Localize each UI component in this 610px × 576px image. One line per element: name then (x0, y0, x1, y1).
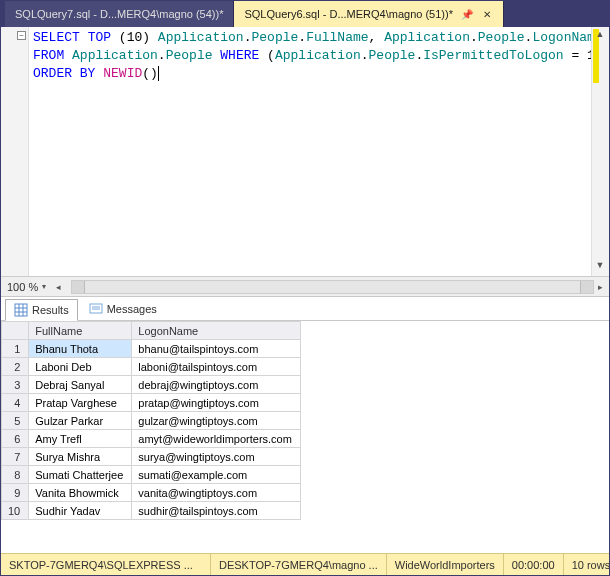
cell-logonname[interactable]: surya@wingtiptoys.com (132, 448, 301, 466)
tab-messages[interactable]: Messages (80, 298, 166, 320)
scroll-left-icon[interactable]: ◂ (56, 282, 61, 292)
zoom-dropdown-icon[interactable]: ▾ (42, 282, 52, 292)
cell-fullname[interactable]: Debraj Sanyal (29, 376, 132, 394)
kw-from: FROM (33, 48, 64, 63)
cell-logonname[interactable]: vanita@wingtiptoys.com (132, 484, 301, 502)
row-number[interactable]: 3 (2, 376, 29, 394)
col-logonname[interactable]: LogonName (132, 322, 301, 340)
sql-editor-pane: − SELECT TOP (10) Application.People.Ful… (1, 27, 609, 277)
cell-fullname[interactable]: Bhanu Thota (29, 340, 132, 358)
scroll-right-icon[interactable]: ▸ (598, 282, 603, 292)
row-number[interactable]: 5 (2, 412, 29, 430)
cell-logonname[interactable]: gulzar@wingtiptoys.com (132, 412, 301, 430)
row-number[interactable]: 1 (2, 340, 29, 358)
table-row[interactable]: 3Debraj Sanyaldebraj@wingtiptoys.com (2, 376, 301, 394)
document-tabstrip: SQLQuery7.sql - D...MERQ4\magno (54))* S… (1, 1, 609, 27)
cell-logonname[interactable]: bhanu@tailspintoys.com (132, 340, 301, 358)
cell-logonname[interactable]: sumati@example.com (132, 466, 301, 484)
table-row[interactable]: 2Laboni Deblaboni@tailspintoys.com (2, 358, 301, 376)
cell-fullname[interactable]: Pratap Varghese (29, 394, 132, 412)
editor-right-margin: ▲ ▼ (591, 27, 609, 276)
table-row[interactable]: 7Surya Mishrasurya@wingtiptoys.com (2, 448, 301, 466)
pin-icon[interactable]: 📌 (459, 9, 475, 20)
messages-label: Messages (107, 303, 157, 315)
func-newid: NEWID (103, 66, 142, 81)
tab-results[interactable]: Results (5, 299, 78, 321)
kw-select: SELECT (33, 30, 80, 45)
row-number[interactable]: 2 (2, 358, 29, 376)
tab-sqlquery7[interactable]: SQLQuery7.sql - D...MERQ4\magno (54))* (5, 1, 234, 27)
row-number[interactable]: 9 (2, 484, 29, 502)
results-grid: FullName LogonName 1Bhanu Thotabhanu@tai… (1, 321, 301, 520)
kw-where: WHERE (220, 48, 259, 63)
cell-fullname[interactable]: Sumati Chatterjee (29, 466, 132, 484)
status-server: SKTOP-7GMERQ4\SQLEXPRESS ... (1, 554, 211, 575)
fold-icon[interactable]: − (17, 31, 26, 40)
tab-sqlquery6[interactable]: SQLQuery6.sql - D...MERQ4\magno (51))* 📌… (234, 1, 503, 27)
status-db: WideWorldImporters (387, 554, 504, 575)
zoom-bar: 100 % ▾ ◂ ▸ (1, 277, 609, 297)
cell-fullname[interactable]: Amy Trefl (29, 430, 132, 448)
status-bar: SKTOP-7GMERQ4\SQLEXPRESS ... DESKTOP-7GM… (1, 553, 609, 575)
cell-fullname[interactable]: Laboni Deb (29, 358, 132, 376)
horizontal-scrollbar[interactable] (71, 280, 594, 294)
row-number[interactable]: 6 (2, 430, 29, 448)
row-number[interactable]: 4 (2, 394, 29, 412)
row-number[interactable]: 7 (2, 448, 29, 466)
table-row[interactable]: 4Pratap Varghesepratap@wingtiptoys.com (2, 394, 301, 412)
kw-top: TOP (88, 30, 111, 45)
table-row[interactable]: 8Sumati Chatterjeesumati@example.com (2, 466, 301, 484)
status-elapsed: 00:00:00 (504, 554, 564, 575)
table-row[interactable]: 1Bhanu Thotabhanu@tailspintoys.com (2, 340, 301, 358)
editor-gutter: − (1, 27, 29, 276)
messages-icon (89, 302, 103, 316)
cell-fullname[interactable]: Gulzar Parkar (29, 412, 132, 430)
tab-label: SQLQuery7.sql - D...MERQ4\magno (54))* (15, 8, 223, 20)
cell-fullname[interactable]: Vanita Bhowmick (29, 484, 132, 502)
zoom-level[interactable]: 100 % (7, 281, 38, 293)
results-label: Results (32, 304, 69, 316)
table-row[interactable]: 5Gulzar Parkargulzar@wingtiptoys.com (2, 412, 301, 430)
status-user: DESKTOP-7GMERQ4\magno ... (211, 554, 387, 575)
close-icon[interactable]: ✕ (481, 9, 493, 20)
tab-label: SQLQuery6.sql - D...MERQ4\magno (51))* (244, 8, 452, 20)
sql-editor[interactable]: SELECT TOP (10) Application.People.FullN… (29, 27, 591, 276)
scroll-down-icon[interactable]: ▼ (593, 260, 607, 274)
status-rowcount: 10 rows (564, 554, 610, 575)
row-number[interactable]: 8 (2, 466, 29, 484)
table-row[interactable]: 10Sudhir Yadavsudhir@tailspintoys.com (2, 502, 301, 520)
results-tabstrip: Results Messages (1, 297, 609, 321)
table-row[interactable]: 6Amy Treflamyt@wideworldimporters.com (2, 430, 301, 448)
cell-logonname[interactable]: pratap@wingtiptoys.com (132, 394, 301, 412)
scroll-up-icon[interactable]: ▲ (593, 29, 607, 43)
kw-orderby: ORDER BY (33, 66, 95, 81)
results-grid-wrap[interactable]: FullName LogonName 1Bhanu Thotabhanu@tai… (1, 321, 609, 553)
col-fullname[interactable]: FullName (29, 322, 132, 340)
table-row[interactable]: 9Vanita Bhowmickvanita@wingtiptoys.com (2, 484, 301, 502)
cell-fullname[interactable]: Sudhir Yadav (29, 502, 132, 520)
cell-logonname[interactable]: sudhir@tailspintoys.com (132, 502, 301, 520)
cell-fullname[interactable]: Surya Mishra (29, 448, 132, 466)
cell-logonname[interactable]: amyt@wideworldimporters.com (132, 430, 301, 448)
cell-logonname[interactable]: debraj@wingtiptoys.com (132, 376, 301, 394)
svg-rect-0 (15, 304, 27, 316)
row-number[interactable]: 10 (2, 502, 29, 520)
grid-icon (14, 303, 28, 317)
corner-cell[interactable] (2, 322, 29, 340)
cell-logonname[interactable]: laboni@tailspintoys.com (132, 358, 301, 376)
